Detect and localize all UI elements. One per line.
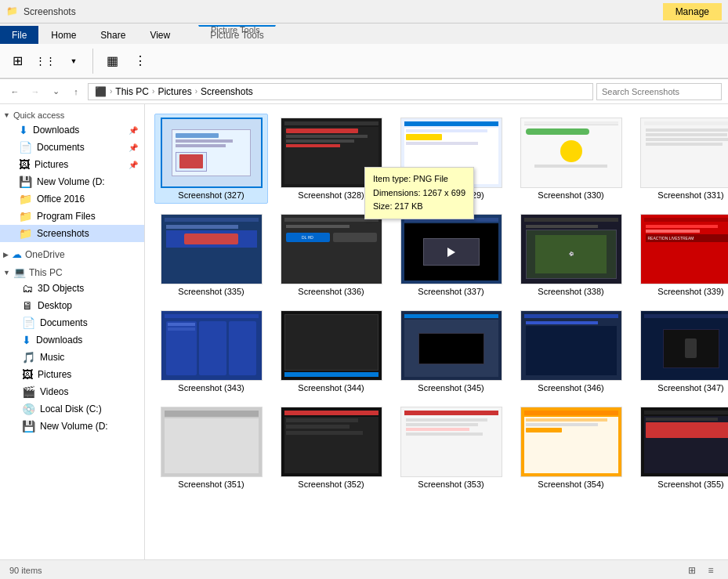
thumbnail-337[interactable]: Screenshot (337)	[394, 210, 508, 300]
pin-icon-documents: 📌	[129, 143, 138, 152]
onedrive-label: OneDrive	[25, 249, 65, 260]
grid-view-button[interactable]: ⊞	[684, 563, 700, 578]
path-thispc[interactable]: This PC	[115, 86, 149, 97]
thumb-img-355	[640, 407, 729, 477]
view-toggle-button[interactable]: ⋮⋮	[30, 52, 61, 69]
downloads-thispc-icon: ⬇	[22, 334, 31, 346]
toolbar-separator-1	[92, 49, 93, 74]
onedrive-icon: ☁	[12, 248, 22, 260]
onedrive-header[interactable]: ▶ ☁ OneDrive	[0, 245, 144, 262]
search-input[interactable]	[596, 83, 722, 100]
sidebar-item-documents-pinned[interactable]: 📄 Documents 📌	[0, 139, 144, 156]
thumbnail-346[interactable]: Screenshot (346)	[514, 306, 628, 396]
title-bar: 📁 Screenshots Manage	[0, 0, 728, 24]
sidebar-item-desktop[interactable]: 🖥 Desktop	[0, 297, 144, 314]
thumbnail-331[interactable]: Screenshot (331)	[634, 114, 728, 204]
sidebar-item-pictures-pinned[interactable]: 🖼 Pictures 📌	[0, 156, 144, 173]
recent-locations-button[interactable]: ⌄	[47, 83, 64, 100]
office2016-icon: 📁	[19, 193, 32, 205]
thumb-label-336: Screenshot (336)	[298, 287, 364, 296]
quick-access-header[interactable]: ▼ Quick access	[0, 107, 144, 121]
sidebar-item-downloads-pinned[interactable]: ⬇ Downloads 📌	[0, 121, 144, 139]
forward-button[interactable]: →	[27, 83, 44, 100]
thumb-label-355: Screenshot (355)	[657, 479, 723, 489]
details-pane-button[interactable]: ⋮	[129, 52, 152, 71]
sidebar-item-3dobjects[interactable]: 🗂 3D Objects	[0, 280, 144, 297]
videos-icon: 🎬	[22, 385, 35, 398]
address-path[interactable]: ⬛ › This PC › Pictures › Screenshots	[88, 83, 593, 100]
thumbnail-328[interactable]: Screenshot (328)	[274, 114, 388, 204]
thumbnail-327[interactable]: Screenshot (327)	[154, 114, 268, 204]
thumbnail-344[interactable]: Screenshot (344)	[274, 306, 388, 396]
thumb-img-331	[640, 118, 729, 188]
thumbnail-347[interactable]: Screenshot (347)	[634, 306, 728, 396]
tab-home[interactable]: Home	[39, 26, 88, 44]
tab-file[interactable]: File	[0, 26, 38, 44]
thumb-img-338: ⚽	[520, 214, 622, 284]
window-title: Screenshots	[24, 6, 76, 17]
thumbnail-grid: Screenshot (327) Screenshot (328)	[151, 110, 722, 496]
sidebar-label-localdisk: Local Disk (C:)	[40, 403, 102, 414]
status-bar: 90 items ⊞ ≡	[0, 559, 728, 579]
thumbnail-329[interactable]: Screenshot (329)	[394, 114, 508, 204]
thumbnail-338[interactable]: ⚽ Screenshot (338)	[514, 210, 628, 300]
3dobjects-icon: 🗂	[22, 282, 33, 295]
thumbnail-336[interactable]: DL HD Screenshot (336)	[274, 210, 388, 300]
sidebar-item-localdisk[interactable]: 💿 Local Disk (C:)	[0, 400, 144, 418]
sidebar-label-newvolume: New Volume (D:	[37, 176, 105, 187]
preview-pane-button[interactable]: ▦	[101, 52, 124, 71]
manage-button[interactable]: Manage	[663, 3, 722, 20]
list-view-button[interactable]: ≡	[703, 563, 719, 578]
pictures-icon: 🖼	[19, 158, 30, 171]
newvolumed-icon: 💾	[22, 420, 35, 432]
main-container: ▼ Quick access ⬇ Downloads 📌 📄 Documents…	[0, 104, 728, 559]
sidebar-item-music[interactable]: 🎵 Music	[0, 349, 144, 366]
sidebar-label-desktop: Desktop	[38, 300, 72, 311]
nav-pane-button[interactable]: ⊞	[6, 52, 28, 71]
documents-thispc-icon: 📄	[22, 317, 35, 329]
pin-icon-pictures: 📌	[129, 161, 138, 169]
thumbnail-339[interactable]: REACTION LIVESTREAM Screenshot (339)	[634, 210, 728, 300]
sidebar-item-downloads[interactable]: ⬇ Downloads	[0, 331, 144, 349]
thumbnail-343[interactable]: Screenshot (343)	[154, 306, 268, 396]
back-button[interactable]: ←	[6, 83, 24, 100]
thumbnail-351[interactable]: Screenshot (351)	[154, 403, 268, 493]
thumb-label-351: Screenshot (351)	[178, 479, 244, 489]
thumb-label-329: Screenshot (329)	[418, 190, 484, 200]
tab-view[interactable]: View	[138, 26, 182, 44]
path-sep-3: ›	[195, 87, 197, 96]
view-dropdown-button[interactable]: ▼	[63, 54, 85, 68]
sidebar: ▼ Quick access ⬇ Downloads 📌 📄 Documents…	[0, 104, 145, 559]
tab-share[interactable]: Share	[89, 26, 137, 44]
sidebar-item-screenshots[interactable]: 📁 Screenshots	[0, 225, 144, 242]
path-sep-2: ›	[152, 87, 154, 96]
folder-icon: 📁	[6, 5, 19, 18]
localdisk-icon: 💿	[22, 403, 35, 415]
toolbar-nav-group: ⊞ ⋮⋮ ▼	[6, 52, 85, 71]
thumb-img-335	[161, 214, 263, 284]
sidebar-label-programfiles: Program Files	[37, 211, 96, 222]
thumbnail-354[interactable]: Screenshot (354)	[514, 403, 628, 493]
sidebar-item-newvolume-pinned[interactable]: 💾 New Volume (D:	[0, 173, 144, 190]
thumbnail-330[interactable]: Screenshot (330)	[514, 114, 628, 204]
thumbnail-345[interactable]: Screenshot (345)	[394, 306, 508, 396]
thispc-header[interactable]: ▼ 💻 This PC	[0, 263, 144, 280]
sidebar-label-documents: Documents	[37, 142, 85, 153]
sidebar-item-office2016[interactable]: 📁 Office 2016	[0, 190, 144, 208]
documents-icon: 📄	[19, 141, 32, 154]
up-button[interactable]: ↑	[67, 83, 85, 100]
sidebar-item-documents[interactable]: 📄 Documents	[0, 314, 144, 331]
sidebar-item-videos[interactable]: 🎬 Videos	[0, 383, 144, 400]
thumb-img-328	[281, 118, 382, 188]
sidebar-item-programfiles[interactable]: 📁 Program Files	[0, 208, 144, 225]
thumbnail-335[interactable]: Screenshot (335)	[154, 210, 268, 300]
thumbnail-352[interactable]: Screenshot (352)	[274, 403, 388, 493]
path-pictures[interactable]: Pictures	[158, 86, 191, 97]
sidebar-item-pictures[interactable]: 🖼 Pictures	[0, 366, 144, 383]
thumbnail-355[interactable]: Screenshot (355)	[634, 403, 728, 493]
thumbnail-353[interactable]: Screenshot (353)	[394, 403, 508, 493]
path-screenshots[interactable]: Screenshots	[201, 86, 253, 97]
sidebar-item-newvolumed[interactable]: 💾 New Volume (D:	[0, 418, 144, 435]
thumb-label-339: Screenshot (339)	[657, 287, 723, 296]
thumb-img-353	[400, 407, 502, 477]
